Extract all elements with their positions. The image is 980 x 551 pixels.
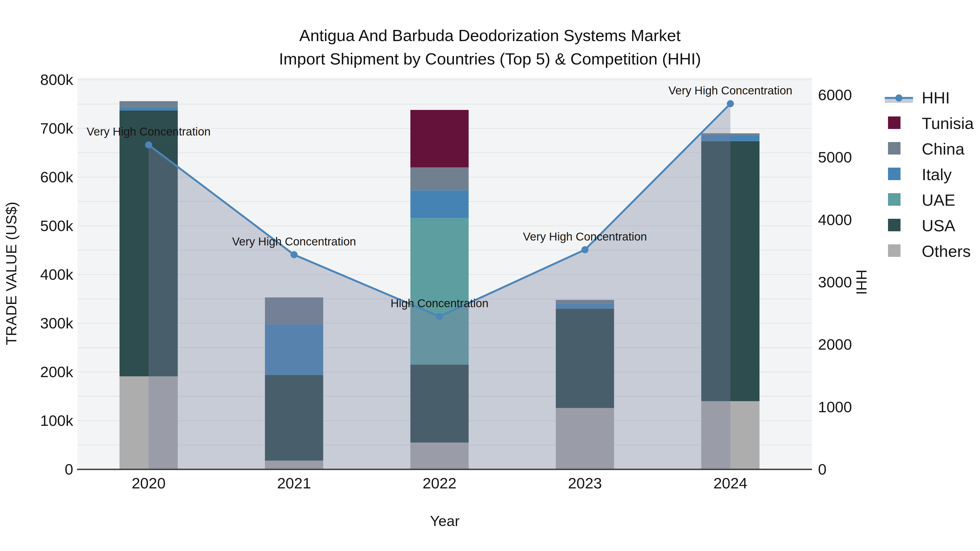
x-tick-label-2023: 2023 [568, 475, 602, 492]
legend-label-hhi: HHI [922, 89, 950, 107]
hhi-marker-2023[interactable] [581, 246, 589, 253]
legend-hhi-marker-swatch [895, 94, 902, 102]
y-right-axis-title: HHI [853, 270, 870, 295]
legend-label-others: Others [922, 242, 971, 260]
bar-segment-tunisia-2022[interactable] [410, 110, 469, 167]
legend-item-others[interactable]: Others [888, 242, 971, 260]
x-tick-label-2021: 2021 [277, 475, 311, 492]
y-left-tick-100k: 100k [40, 412, 73, 429]
bar-segment-italy-2020[interactable] [119, 107, 178, 111]
hhi-marker-2021[interactable] [290, 251, 298, 258]
y-right-tick-1000: 1000 [818, 399, 852, 416]
legend-item-hhi[interactable]: HHI [885, 89, 950, 107]
y-right-tick-3000: 3000 [818, 273, 852, 291]
y-left-axis-title: TRADE VALUE (US$) [3, 202, 19, 345]
y-right-tick-6000: 6000 [818, 86, 852, 103]
y-left-tick-200k: 200k [40, 363, 73, 380]
x-tick-label-2022: 2022 [423, 475, 457, 492]
legend-item-uae[interactable]: UAE [888, 191, 955, 209]
legend-label-uae: UAE [922, 191, 955, 209]
x-tick-label-2020: 2020 [132, 475, 166, 492]
bar-segment-china-2022[interactable] [410, 167, 469, 190]
bar-segment-italy-2022[interactable] [410, 190, 469, 218]
y-left-tick-700k: 700k [40, 120, 73, 137]
market-chart: Very High ConcentrationVery High Concent… [0, 0, 980, 551]
annotation-2020: Very High Concentration [87, 125, 210, 138]
y-right-tick-4000: 4000 [818, 211, 852, 228]
x-axis-title: Year [430, 513, 460, 529]
legend-item-tunisia[interactable]: Tunisia [888, 114, 974, 132]
legend-swatch-china [888, 142, 900, 154]
y-left-tick-800k: 800k [40, 71, 73, 88]
hhi-marker-2024[interactable] [727, 100, 734, 107]
legend-label-usa: USA [922, 217, 955, 235]
annotation-2024: Very High Concentration [668, 84, 792, 97]
legend-label-italy: Italy [922, 165, 952, 184]
legend-swatch-others [888, 245, 900, 257]
annotation-2021: Very High Concentration [232, 235, 356, 248]
bar-segment-china-2020[interactable] [119, 101, 178, 107]
hhi-marker-2020[interactable] [145, 141, 152, 148]
legend-label-tunisia: Tunisia [922, 114, 974, 132]
legend-swatch-tunisia [888, 116, 900, 129]
legend-item-china[interactable]: China [888, 140, 964, 158]
y-left-tick-500k: 500k [40, 217, 73, 234]
legend-swatch-uae [888, 193, 900, 206]
y-right-tick-5000: 5000 [818, 149, 852, 166]
legend-swatch-usa [888, 219, 900, 231]
annotation-2023: Very High Concentration [523, 230, 647, 243]
annotation-2022: High Concentration [391, 297, 488, 310]
y-right-tick-2000: 2000 [818, 336, 852, 353]
legend-swatch-italy [888, 168, 900, 180]
legend-label-china: China [922, 140, 964, 158]
y-left-tick-600k: 600k [40, 168, 73, 186]
legend-item-italy[interactable]: Italy [888, 165, 952, 184]
hhi-marker-2022[interactable] [436, 313, 443, 320]
y-left-tick-400k: 400k [40, 266, 73, 283]
x-tick-label-2024: 2024 [713, 475, 748, 492]
y-left-tick-0: 0 [65, 460, 73, 478]
y-left-tick-300k: 300k [40, 314, 73, 332]
legend-item-usa[interactable]: USA [888, 217, 955, 235]
y-right-tick-0: 0 [818, 460, 826, 478]
